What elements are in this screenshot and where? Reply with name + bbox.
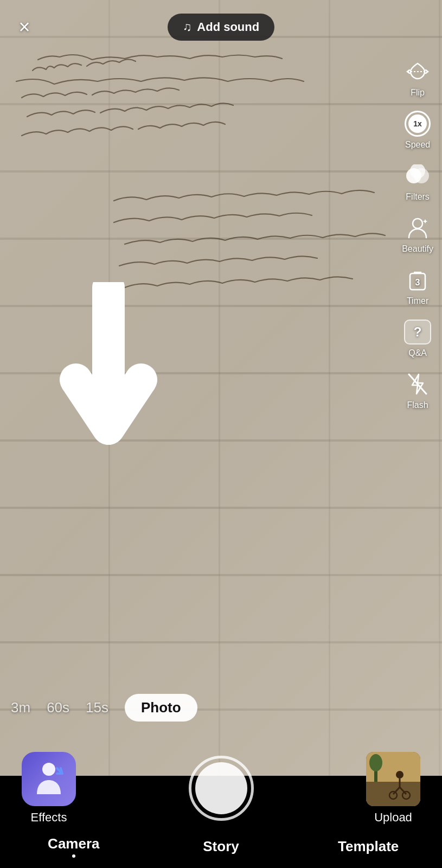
flash-label: Flash [407, 400, 428, 410]
timer-icon: 3 [403, 266, 432, 294]
qa-label: Q&A [408, 348, 427, 358]
nav-item-template[interactable]: Template [294, 838, 442, 855]
nav-camera-label: Camera [48, 835, 99, 852]
sidebar-item-qa[interactable]: ? Q&A [400, 315, 435, 361]
recording-modes-bar: 3m 60s 15s Photo [0, 694, 369, 722]
filters-label: Filters [406, 192, 430, 202]
music-icon: ♫ [183, 20, 192, 34]
bottom-controls: Effects Uplo [0, 752, 442, 825]
sidebar-item-flash[interactable]: Flash [400, 367, 435, 413]
filters-icon [403, 162, 432, 190]
upload-label: Upload [374, 810, 412, 825]
speed-icon: 1x [403, 110, 432, 138]
mode-60s[interactable]: 60s [47, 699, 69, 716]
svg-point-14 [396, 771, 403, 778]
qa-icon: ? [403, 318, 432, 346]
beautify-icon [403, 214, 432, 242]
shutter-inner [195, 762, 247, 814]
top-bar: × ♫ Add sound [0, 0, 442, 43]
down-arrow-indicator [49, 282, 168, 469]
timer-label: Timer [407, 296, 428, 306]
flip-label: Flip [411, 88, 425, 98]
svg-point-10 [42, 763, 55, 776]
nav-item-story[interactable]: Story [148, 838, 295, 855]
shutter-button[interactable] [189, 756, 254, 821]
effects-button[interactable]: Effects [22, 752, 76, 825]
beautify-label: Beautify [402, 244, 433, 254]
svg-text:3: 3 [415, 278, 420, 287]
sidebar-item-timer[interactable]: 3 Timer [400, 263, 435, 309]
add-sound-label: Add sound [197, 20, 259, 34]
add-sound-button[interactable]: ♫ Add sound [168, 14, 274, 41]
mode-photo[interactable]: Photo [125, 694, 197, 722]
nav-active-dot [72, 854, 75, 858]
sidebar-item-filters[interactable]: Filters [400, 158, 435, 205]
right-sidebar: Flip 1x Speed Filters [399, 54, 437, 413]
nav-template-label: Template [338, 838, 399, 855]
nav-item-camera[interactable]: Camera [0, 835, 148, 858]
nav-story-label: Story [203, 838, 239, 855]
sidebar-item-speed[interactable]: 1x Speed [400, 106, 435, 153]
effects-label: Effects [31, 810, 67, 825]
mode-3m[interactable]: 3m [11, 699, 30, 716]
svg-point-4 [413, 219, 422, 228]
speed-label: Speed [405, 140, 430, 150]
sidebar-item-flip[interactable]: Flip [400, 54, 435, 101]
close-button[interactable]: × [11, 14, 38, 41]
bottom-navigation: Camera Story Template [0, 825, 442, 868]
svg-point-21 [369, 754, 382, 771]
effects-icon [22, 752, 76, 806]
flip-icon [403, 58, 432, 86]
upload-button[interactable]: Upload [366, 752, 420, 825]
mode-15s[interactable]: 15s [86, 699, 108, 716]
sidebar-item-beautify[interactable]: Beautify [399, 210, 437, 257]
upload-thumbnail [366, 752, 420, 806]
flash-icon [403, 370, 432, 398]
